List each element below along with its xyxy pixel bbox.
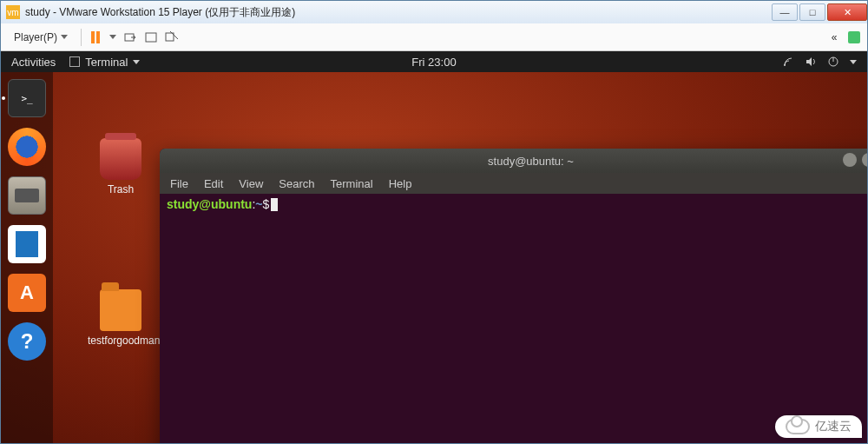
watermark: 亿速云 xyxy=(775,415,862,438)
dropdown-icon xyxy=(61,35,68,39)
unity-button[interactable] xyxy=(165,30,179,44)
active-app-menu[interactable]: Terminal xyxy=(69,56,140,69)
gnome-top-bar: Activities Terminal Fri 23:00 xyxy=(1,51,867,72)
vmware-toolbar: Player(P) « xyxy=(1,23,867,51)
svg-rect-1 xyxy=(146,33,156,42)
folder-label: testforgoodman xyxy=(88,335,154,347)
vmware-window: vm study - VMware Workstation 15 Player … xyxy=(0,0,868,444)
watermark-label: 亿速云 xyxy=(815,419,852,434)
close-button[interactable]: ✕ xyxy=(827,3,867,21)
power-icon[interactable] xyxy=(827,56,839,68)
dock-firefox[interactable] xyxy=(8,128,46,166)
vmware-icon: vm xyxy=(6,5,20,19)
send-keys-button[interactable] xyxy=(123,30,137,44)
tab-indicator-icon[interactable] xyxy=(848,31,860,43)
fullscreen-button[interactable] xyxy=(144,30,158,44)
prompt-path: ~ xyxy=(255,197,262,211)
player-menu-label: Player(P) xyxy=(14,31,57,43)
window-title: study - VMware Workstation 15 Player (仅用… xyxy=(25,5,770,20)
menu-terminal[interactable]: Terminal xyxy=(331,177,373,190)
dock-files[interactable] xyxy=(8,176,46,215)
prompt-end: $ xyxy=(263,197,270,211)
cloud-icon xyxy=(786,419,810,434)
activities-button[interactable]: Activities xyxy=(11,56,56,69)
dropdown-icon xyxy=(133,60,140,64)
menu-edit[interactable]: Edit xyxy=(204,177,223,190)
terminal-menubar: File Edit View Search Terminal Help xyxy=(160,173,867,194)
ubuntu-desktop[interactable]: Activities Terminal Fri 23:00 >_ A ? xyxy=(1,51,867,443)
clock[interactable]: Fri 23:00 xyxy=(411,56,456,69)
terminal-maximize-button[interactable] xyxy=(862,153,867,167)
volume-icon[interactable] xyxy=(805,56,817,68)
folder-icon xyxy=(100,289,141,331)
dock-help[interactable]: ? xyxy=(8,322,46,361)
desktop-trash[interactable]: Trash xyxy=(88,138,154,195)
dropdown-icon[interactable] xyxy=(109,35,116,39)
terminal-icon xyxy=(69,56,80,67)
trash-icon xyxy=(100,138,141,180)
maximize-button[interactable]: □ xyxy=(799,3,825,21)
dock-terminal[interactable]: >_ xyxy=(8,79,46,117)
menu-search[interactable]: Search xyxy=(279,177,314,190)
minimize-button[interactable]: — xyxy=(772,3,798,21)
menu-help[interactable]: Help xyxy=(389,177,412,190)
window-titlebar[interactable]: vm study - VMware Workstation 15 Player … xyxy=(1,1,867,23)
terminal-window[interactable]: study@ubuntu: ~ File Edit View Search Te… xyxy=(160,149,867,443)
terminal-title: study@ubuntu: ~ xyxy=(488,155,574,168)
dock-software[interactable]: A xyxy=(8,274,46,312)
menu-view[interactable]: View xyxy=(239,177,263,190)
separator xyxy=(81,29,82,46)
cursor xyxy=(271,198,278,211)
dock-libreoffice[interactable] xyxy=(8,225,46,263)
terminal-body[interactable]: study@ubuntu:~$ xyxy=(160,194,867,215)
desktop-folder-testforgoodman[interactable]: testforgoodman xyxy=(88,289,154,347)
terminal-minimize-button[interactable] xyxy=(843,153,857,167)
prompt-userhost: study@ubuntu xyxy=(167,197,252,211)
network-icon[interactable] xyxy=(782,56,794,68)
dock: >_ A ? xyxy=(1,72,53,443)
pause-button[interactable] xyxy=(89,30,102,44)
collapse-button[interactable]: « xyxy=(827,30,841,44)
menu-file[interactable]: File xyxy=(170,177,188,190)
system-tray[interactable] xyxy=(782,56,857,68)
trash-label: Trash xyxy=(88,183,154,195)
terminal-titlebar[interactable]: study@ubuntu: ~ xyxy=(160,149,867,173)
player-menu[interactable]: Player(P) xyxy=(8,29,74,46)
dropdown-icon xyxy=(850,60,857,64)
active-app-label: Terminal xyxy=(85,56,128,69)
